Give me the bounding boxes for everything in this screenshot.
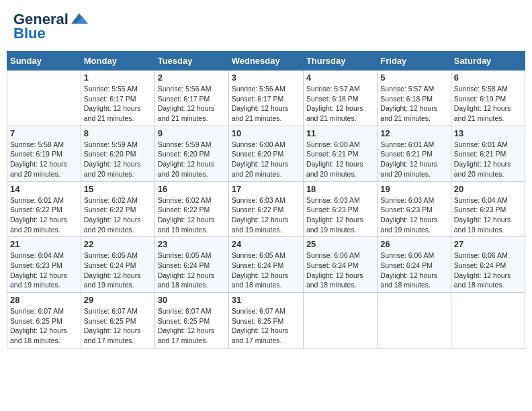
day-info: Sunrise: 6:07 AMSunset: 6:25 PMDaylight:… [10,306,78,346]
day-number: 16 [158,184,226,194]
calendar-cell: 20Sunrise: 6:04 AMSunset: 6:23 PMDayligh… [451,181,525,237]
calendar-cell: 17Sunrise: 6:03 AMSunset: 6:22 PMDayligh… [228,181,303,237]
day-number: 31 [232,295,300,305]
day-header-wednesday: Wednesday [228,52,303,71]
day-info: Sunrise: 5:55 AMSunset: 6:17 PMDaylight:… [84,84,152,124]
calendar-cell: 30Sunrise: 6:07 AMSunset: 6:25 PMDayligh… [154,293,228,349]
day-number: 27 [454,239,522,249]
day-info: Sunrise: 6:05 AMSunset: 6:24 PMDaylight:… [84,250,152,290]
day-number: 4 [306,73,374,83]
logo-icon [70,10,89,29]
day-info: Sunrise: 5:56 AMSunset: 6:17 PMDaylight:… [158,84,226,124]
calendar-cell: 19Sunrise: 6:03 AMSunset: 6:23 PMDayligh… [378,181,451,237]
day-info: Sunrise: 6:06 AMSunset: 6:24 PMDaylight:… [454,250,522,290]
calendar-cell: 21Sunrise: 6:04 AMSunset: 6:23 PMDayligh… [7,237,81,293]
calendar-cell: 16Sunrise: 6:02 AMSunset: 6:22 PMDayligh… [154,181,228,237]
calendar-week-row: 28Sunrise: 6:07 AMSunset: 6:25 PMDayligh… [7,293,525,349]
day-info: Sunrise: 5:59 AMSunset: 6:20 PMDaylight:… [84,140,152,179]
day-number: 20 [454,184,522,194]
day-info: Sunrise: 6:01 AMSunset: 6:21 PMDaylight:… [380,140,447,179]
day-number: 10 [232,128,300,138]
calendar-table: SundayMondayTuesdayWednesdayThursdayFrid… [7,51,525,349]
day-info: Sunrise: 5:58 AMSunset: 6:19 PMDaylight:… [10,140,78,179]
day-number: 8 [84,128,152,138]
calendar-week-row: 7Sunrise: 5:58 AMSunset: 6:19 PMDaylight… [7,126,525,181]
calendar-week-row: 1Sunrise: 5:55 AMSunset: 6:17 PMDaylight… [7,71,525,126]
day-number: 3 [232,73,300,83]
day-number: 13 [454,128,522,138]
calendar-cell: 24Sunrise: 6:05 AMSunset: 6:24 PMDayligh… [228,237,303,293]
calendar-cell: 12Sunrise: 6:01 AMSunset: 6:21 PMDayligh… [378,126,451,181]
calendar-cell: 26Sunrise: 6:06 AMSunset: 6:24 PMDayligh… [378,237,451,293]
day-number: 14 [10,184,78,194]
day-info: Sunrise: 6:00 AMSunset: 6:21 PMDaylight:… [306,140,374,179]
day-info: Sunrise: 6:03 AMSunset: 6:23 PMDaylight:… [380,195,447,235]
day-number: 23 [158,239,226,249]
day-info: Sunrise: 6:01 AMSunset: 6:22 PMDaylight:… [10,195,78,235]
day-info: Sunrise: 6:04 AMSunset: 6:23 PMDaylight:… [10,250,78,290]
day-header-tuesday: Tuesday [154,52,228,71]
day-info: Sunrise: 6:02 AMSunset: 6:22 PMDaylight:… [84,195,152,235]
day-number: 25 [306,239,374,249]
calendar-week-row: 21Sunrise: 6:04 AMSunset: 6:23 PMDayligh… [7,237,525,293]
day-number: 17 [232,184,300,194]
calendar-cell: 8Sunrise: 5:59 AMSunset: 6:20 PMDaylight… [81,126,154,181]
day-header-friday: Friday [378,52,451,71]
calendar-cell: 4Sunrise: 5:57 AMSunset: 6:18 PMDaylight… [303,71,377,126]
day-number: 15 [84,184,152,194]
calendar-cell: 25Sunrise: 6:06 AMSunset: 6:24 PMDayligh… [303,237,377,293]
day-info: Sunrise: 5:59 AMSunset: 6:20 PMDaylight:… [158,140,226,179]
calendar-cell: 15Sunrise: 6:02 AMSunset: 6:22 PMDayligh… [81,181,154,237]
day-number: 12 [380,128,447,138]
calendar-cell: 2Sunrise: 5:56 AMSunset: 6:17 PMDaylight… [154,71,228,126]
calendar-cell: 3Sunrise: 5:56 AMSunset: 6:17 PMDaylight… [228,71,303,126]
day-number: 22 [84,239,152,249]
calendar-cell: 27Sunrise: 6:06 AMSunset: 6:24 PMDayligh… [451,237,525,293]
day-header-thursday: Thursday [303,52,377,71]
calendar-cell [378,293,451,349]
day-info: Sunrise: 6:01 AMSunset: 6:21 PMDaylight:… [454,140,522,179]
day-header-saturday: Saturday [451,52,525,71]
calendar-cell: 7Sunrise: 5:58 AMSunset: 6:19 PMDaylight… [7,126,81,181]
day-info: Sunrise: 5:57 AMSunset: 6:18 PMDaylight:… [380,84,447,124]
calendar-cell: 28Sunrise: 6:07 AMSunset: 6:25 PMDayligh… [7,293,81,349]
day-info: Sunrise: 6:04 AMSunset: 6:23 PMDaylight:… [454,195,522,235]
day-number: 6 [454,73,522,83]
day-info: Sunrise: 5:58 AMSunset: 6:19 PMDaylight:… [454,84,522,124]
day-number: 2 [158,73,226,83]
calendar-header-row: SundayMondayTuesdayWednesdayThursdayFrid… [7,52,525,71]
logo-blue: Blue [13,25,46,42]
calendar-cell: 23Sunrise: 6:05 AMSunset: 6:24 PMDayligh… [154,237,228,293]
day-number: 29 [84,295,152,305]
day-info: Sunrise: 6:06 AMSunset: 6:24 PMDaylight:… [306,250,374,290]
day-info: Sunrise: 6:03 AMSunset: 6:22 PMDaylight:… [232,195,300,235]
day-header-sunday: Sunday [7,52,81,71]
calendar-cell: 1Sunrise: 5:55 AMSunset: 6:17 PMDaylight… [81,71,154,126]
calendar-cell [303,293,377,349]
calendar-week-row: 14Sunrise: 6:01 AMSunset: 6:22 PMDayligh… [7,181,525,237]
calendar-cell: 13Sunrise: 6:01 AMSunset: 6:21 PMDayligh… [451,126,525,181]
day-info: Sunrise: 6:02 AMSunset: 6:22 PMDaylight:… [158,195,226,235]
day-number: 21 [10,239,78,249]
day-info: Sunrise: 6:00 AMSunset: 6:20 PMDaylight:… [232,140,300,179]
calendar-cell: 29Sunrise: 6:07 AMSunset: 6:25 PMDayligh… [81,293,154,349]
day-number: 7 [10,128,78,138]
day-info: Sunrise: 6:05 AMSunset: 6:24 PMDaylight:… [158,250,226,290]
day-info: Sunrise: 6:07 AMSunset: 6:25 PMDaylight:… [158,306,226,346]
day-header-monday: Monday [81,52,154,71]
calendar-cell: 11Sunrise: 6:00 AMSunset: 6:21 PMDayligh… [303,126,377,181]
calendar-cell: 6Sunrise: 5:58 AMSunset: 6:19 PMDaylight… [451,71,525,126]
day-info: Sunrise: 6:05 AMSunset: 6:24 PMDaylight:… [232,250,300,290]
day-info: Sunrise: 6:03 AMSunset: 6:23 PMDaylight:… [306,195,374,235]
calendar-cell: 31Sunrise: 6:07 AMSunset: 6:25 PMDayligh… [228,293,303,349]
day-info: Sunrise: 5:57 AMSunset: 6:18 PMDaylight:… [306,84,374,124]
day-number: 11 [306,128,374,138]
calendar-cell: 18Sunrise: 6:03 AMSunset: 6:23 PMDayligh… [303,181,377,237]
day-number: 18 [306,184,374,194]
calendar-cell: 22Sunrise: 6:05 AMSunset: 6:24 PMDayligh… [81,237,154,293]
day-info: Sunrise: 6:07 AMSunset: 6:25 PMDaylight:… [84,306,152,346]
calendar-cell: 9Sunrise: 5:59 AMSunset: 6:20 PMDaylight… [154,126,228,181]
day-number: 19 [380,184,447,194]
day-number: 30 [158,295,226,305]
calendar-cell [451,293,525,349]
